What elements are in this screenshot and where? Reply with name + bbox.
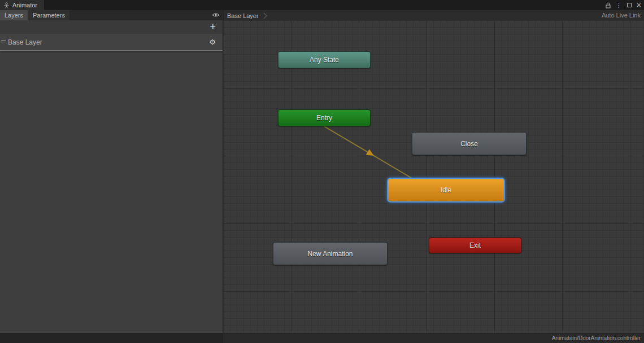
controller-path: Animation/DoorAnimation.controller [552,333,641,343]
tab-row: Layers Parameters Base Layer Auto Live L… [0,10,644,20]
status-bar: Animation/DoorAnimation.controller [0,333,644,343]
breadcrumb[interactable]: Base Layer [224,11,267,21]
animator-window: Animator ⋮ × Layers Parameters [0,0,644,343]
sidebar-tabs: Layers Parameters [0,10,223,20]
state-node-exit[interactable]: Exit [429,238,521,253]
menu-icon[interactable]: ⋮ [616,0,622,10]
close-icon[interactable]: × [637,0,641,10]
state-label: Idle [441,186,451,194]
state-node-close[interactable]: Close [412,132,526,155]
layer-name: Base Layer [8,38,42,46]
gear-icon[interactable]: ⚙ [209,34,216,51]
state-node-new-animation[interactable]: New Animation [273,242,388,265]
state-label: New Animation [307,250,353,258]
layer-add-row: + [0,20,223,34]
tab-layers[interactable]: Layers [0,10,28,20]
state-node-idle-selected[interactable]: Idle [387,178,505,203]
tab-parameters-label: Parameters [33,12,65,19]
chevron-right-icon [263,12,267,19]
drag-handle-icon[interactable] [1,39,6,43]
layers-panel: + Base Layer ⚙ [0,20,223,333]
tab-parameters[interactable]: Parameters [28,10,69,20]
window-controls: ⋮ × [606,0,641,10]
state-label: Close [460,140,478,148]
animator-icon [3,2,10,8]
state-label: Entry [316,114,332,122]
auto-live-link-button[interactable]: Auto Live Link [602,10,641,20]
maximize-icon[interactable] [627,3,632,7]
state-label: Any State [310,56,339,64]
window-title: Animator [12,2,37,8]
breadcrumb-bar: Base Layer Auto Live Link [223,10,644,20]
state-node-any-state[interactable]: Any State [278,51,371,68]
animator-tab[interactable]: Animator [0,0,44,10]
state-node-entry[interactable]: Entry [278,109,371,126]
title-bar: Animator ⋮ × [0,0,644,10]
eye-icon[interactable] [212,12,220,18]
status-bar-left [0,333,223,343]
state-label: Exit [469,241,481,249]
state-machine-canvas[interactable]: Any State Entry Close Idle New Animation… [223,20,644,333]
lock-icon[interactable] [606,2,611,8]
tab-layers-label: Layers [5,12,23,19]
add-layer-button[interactable]: + [210,20,216,33]
layer-row-base-layer[interactable]: Base Layer ⚙ [0,34,223,51]
breadcrumb-label: Base Layer [227,12,259,19]
